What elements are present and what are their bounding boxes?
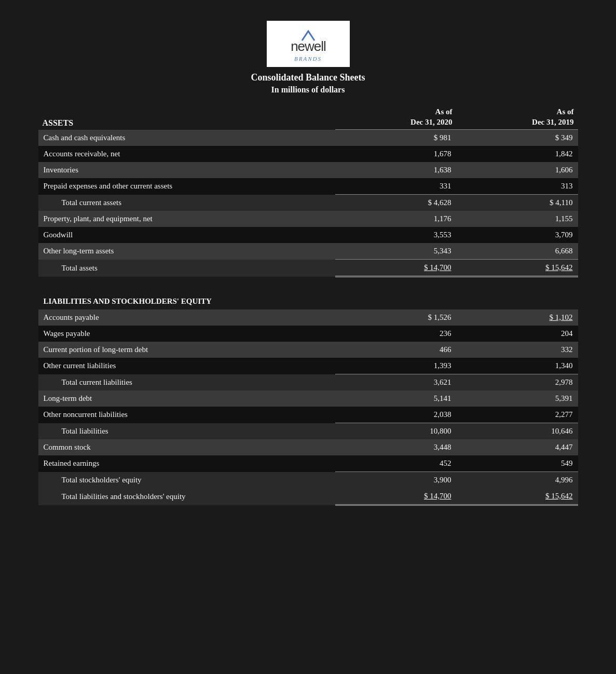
row-cs-label: Common stock xyxy=(38,439,335,455)
row-ocl-col2: 1,340 xyxy=(457,358,578,374)
spacer-cell-1 xyxy=(38,277,578,294)
row-total-current-assets: Total current assets $ 4,628 $ 4,110 xyxy=(38,195,578,211)
row-cpltd-col2: 332 xyxy=(457,342,578,358)
row-inv-col2: 1,606 xyxy=(457,162,578,178)
row-re-col1: 452 xyxy=(335,455,457,472)
row-tcl-col2: 2,978 xyxy=(457,374,578,391)
row-wages: Wages payable 236 204 xyxy=(38,326,578,342)
row-cs-col2: 4,447 xyxy=(457,439,578,455)
report-subtitle: In millions of dollars xyxy=(38,85,578,95)
row-tca-col1: $ 4,628 xyxy=(335,195,457,211)
row-onl-col1: 2,038 xyxy=(335,407,457,423)
row-tl-label: Total liabilities xyxy=(38,423,335,440)
row-ppe-col2: 1,155 xyxy=(457,211,578,227)
row-inv-col1: 1,638 xyxy=(335,162,457,178)
logo-area: newell BRANDS xyxy=(38,21,578,67)
row-prepaid-col2: 313 xyxy=(457,178,578,195)
row-inv: Inventories 1,638 1,606 xyxy=(38,162,578,178)
row-ar-col1: 1,678 xyxy=(335,146,457,162)
row-ltd-label: Long-term debt xyxy=(38,390,335,407)
row-tlse: Total liabilities and stockholders' equi… xyxy=(38,488,578,505)
liabilities-section-label: LIABILITIES AND STOCKHOLDERS' EQUITY xyxy=(38,293,578,309)
row-ocl: Other current liabilities 1,393 1,340 xyxy=(38,358,578,374)
row-ltd: Long-term debt 5,141 5,391 xyxy=(38,390,578,407)
row-re: Retained earnings 452 549 xyxy=(38,455,578,472)
col1-header: As of Dec 31, 2020 xyxy=(335,105,457,130)
row-tcl-label: Total current liabilities xyxy=(38,374,335,391)
title-area: Consolidated Balance Sheets In millions … xyxy=(38,72,578,95)
row-tse: Total stockholders' equity 3,900 4,996 xyxy=(38,472,578,489)
row-other-lt: Other long-term assets 5,343 6,668 xyxy=(38,243,578,260)
row-re-label: Retained earnings xyxy=(38,455,335,472)
row-cs: Common stock 3,448 4,447 xyxy=(38,439,578,455)
row-ap-col1: $ 1,526 xyxy=(335,309,457,326)
row-cash: Cash and cash equivalents $ 981 $ 349 xyxy=(38,130,578,146)
row-inv-label: Inventories xyxy=(38,162,335,178)
row-tlse-col1: $ 14,700 xyxy=(335,488,457,505)
row-ap-label: Accounts payable xyxy=(38,309,335,326)
balance-sheet-table: ASSETS As of Dec 31, 2020 As of Dec 31, … xyxy=(38,105,578,506)
row-ta-label: Total assets xyxy=(38,260,335,277)
row-ltd-col2: 5,391 xyxy=(457,390,578,407)
row-tse-col2: 4,996 xyxy=(457,472,578,489)
row-ar-col2: 1,842 xyxy=(457,146,578,162)
row-ta-col2: $ 15,642 xyxy=(457,260,578,277)
row-tca-col2: $ 4,110 xyxy=(457,195,578,211)
row-ar-label: Accounts receivable, net xyxy=(38,146,335,162)
row-tl-col1: 10,800 xyxy=(335,423,457,440)
col2-header: As of Dec 31, 2019 xyxy=(457,105,578,130)
row-cash-col2: $ 349 xyxy=(457,130,578,146)
newell-logo-icon: newell xyxy=(272,26,345,55)
row-other-lt-col2: 6,668 xyxy=(457,243,578,260)
row-goodwill: Goodwill 3,553 3,709 xyxy=(38,227,578,243)
row-other-lt-label: Other long-term assets xyxy=(38,243,335,260)
row-cash-label: Cash and cash equivalents xyxy=(38,130,335,146)
row-tcl: Total current liabilities 3,621 2,978 xyxy=(38,374,578,391)
row-total-assets: Total assets $ 14,700 $ 15,642 xyxy=(38,260,578,277)
row-goodwill-col1: 3,553 xyxy=(335,227,457,243)
row-other-lt-col1: 5,343 xyxy=(335,243,457,260)
spacer-row-1 xyxy=(38,277,578,294)
row-tcl-col1: 3,621 xyxy=(335,374,457,391)
row-tse-col1: 3,900 xyxy=(335,472,457,489)
row-ap: Accounts payable $ 1,526 $ 1,102 xyxy=(38,309,578,326)
row-ocl-label: Other current liabilities xyxy=(38,358,335,374)
row-tl: Total liabilities 10,800 10,646 xyxy=(38,423,578,440)
row-ta-col1: $ 14,700 xyxy=(335,260,457,277)
assets-header-label: ASSETS xyxy=(38,105,335,130)
assets-section-label: ASSETS xyxy=(43,118,74,127)
row-ltd-col1: 5,141 xyxy=(335,390,457,407)
row-cs-col1: 3,448 xyxy=(335,439,457,455)
row-ppe: Property, plant, and equipment, net 1,17… xyxy=(38,211,578,227)
row-prepaid: Prepaid expenses and other current asset… xyxy=(38,178,578,195)
row-wages-col1: 236 xyxy=(335,326,457,342)
row-ocl-col1: 1,393 xyxy=(335,358,457,374)
row-ap-col2: $ 1,102 xyxy=(457,309,578,326)
row-onl-col2: 2,277 xyxy=(457,407,578,423)
row-goodwill-col2: 3,709 xyxy=(457,227,578,243)
row-tlse-label: Total liabilities and stockholders' equi… xyxy=(38,488,335,505)
row-wages-label: Wages payable xyxy=(38,326,335,342)
report-title: Consolidated Balance Sheets xyxy=(38,72,578,83)
row-goodwill-label: Goodwill xyxy=(38,227,335,243)
row-tse-label: Total stockholders' equity xyxy=(38,472,335,489)
row-prepaid-label: Prepaid expenses and other current asset… xyxy=(38,178,335,195)
row-tlse-col2: $ 15,642 xyxy=(457,488,578,505)
row-onl: Other noncurrent liabilities 2,038 2,277 xyxy=(38,407,578,423)
row-ppe-col1: 1,176 xyxy=(335,211,457,227)
column-header-row: ASSETS As of Dec 31, 2020 As of Dec 31, … xyxy=(38,105,578,130)
svg-text:newell: newell xyxy=(291,38,326,54)
row-cpltd-label: Current portion of long-term debt xyxy=(38,342,335,358)
row-wages-col2: 204 xyxy=(457,326,578,342)
page: newell BRANDS Consolidated Balance Sheet… xyxy=(23,10,594,516)
row-cash-col1: $ 981 xyxy=(335,130,457,146)
logo-box: newell BRANDS xyxy=(267,21,350,67)
row-cpltd: Current portion of long-term debt 466 33… xyxy=(38,342,578,358)
brands-label: BRANDS xyxy=(294,56,322,62)
row-tca-label: Total current assets xyxy=(38,195,335,211)
row-prepaid-col1: 331 xyxy=(335,178,457,195)
row-onl-label: Other noncurrent liabilities xyxy=(38,407,335,423)
row-tl-col2: 10,646 xyxy=(457,423,578,440)
row-ar: Accounts receivable, net 1,678 1,842 xyxy=(38,146,578,162)
row-cpltd-col1: 466 xyxy=(335,342,457,358)
